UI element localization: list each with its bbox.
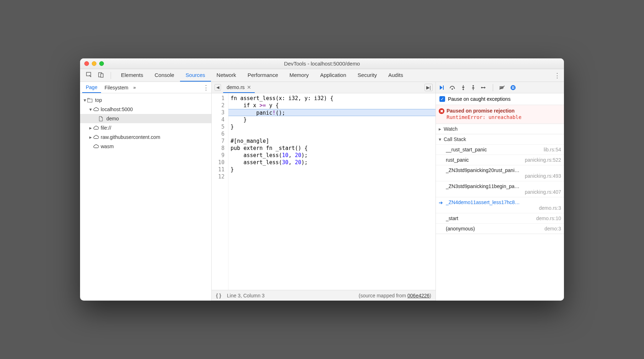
panel-tab-sources[interactable]: Sources: [180, 69, 211, 82]
pause-on-caught-checkbox[interactable]: ✓: [439, 96, 445, 102]
stack-frame[interactable]: rust_panicpanicking.rs:522: [436, 155, 564, 165]
device-toggle-icon[interactable]: [98, 72, 104, 79]
file-tab-label: demo.rs: [227, 84, 245, 90]
step-into-icon[interactable]: [461, 85, 466, 90]
tree-item[interactable]: ▾top: [80, 95, 211, 105]
panel-tab-console[interactable]: Console: [149, 69, 180, 82]
svg-rect-0: [86, 72, 91, 76]
pretty-print-icon[interactable]: { }: [216, 293, 221, 298]
frame-function: _ZN4demo11assert_less17hc8…: [446, 199, 561, 205]
callstack-section-header[interactable]: ▾ Call Stack: [436, 134, 564, 144]
pause-on-caught-row[interactable]: ✓ Pause on caught exceptions: [436, 93, 564, 105]
navigator-panel: Page Filesystem » ⋮ ▾top▾localhost:5000d…: [80, 82, 212, 301]
panel-tab-application[interactable]: Application: [315, 69, 352, 82]
frame-location: demo.rs:10: [536, 215, 561, 221]
paused-status: ✖ Paused on promise rejection RuntimeErr…: [436, 105, 564, 124]
cloud-icon: [93, 135, 99, 139]
cloud-icon: [93, 126, 99, 130]
tree-item[interactable]: ▸raw.githubusercontent.com: [80, 132, 211, 142]
current-frame-icon: ➔: [439, 200, 443, 205]
devtools-window: DevTools - localhost:5000/demo ElementsC…: [80, 58, 564, 301]
step-out-icon[interactable]: [471, 85, 476, 90]
error-icon: ✖: [439, 108, 444, 114]
tree-item[interactable]: demo: [80, 114, 211, 123]
code-editor[interactable]: 123456789101112 fn assert_less(x: i32, y…: [212, 93, 436, 290]
panel-tab-memory[interactable]: Memory: [284, 69, 315, 82]
editor-statusbar: { } Line 3, Column 3 (source mapped from…: [212, 290, 436, 301]
file-tab-demo[interactable]: demo.rs ✕: [223, 82, 255, 93]
frame-location: demo.rs:3: [446, 205, 561, 211]
line-gutter: 123456789101112: [212, 93, 228, 290]
main-area: Page Filesystem » ⋮ ▾top▾localhost:5000d…: [80, 82, 564, 301]
resume-icon[interactable]: [439, 85, 444, 90]
step-over-icon[interactable]: [449, 85, 456, 90]
frame-location: demo:3: [544, 226, 561, 231]
frame-function: __rust_start_panic: [446, 147, 487, 152]
svg-rect-4: [443, 85, 444, 90]
tree-item[interactable]: wasm: [80, 142, 211, 151]
watch-label: Watch: [444, 126, 458, 132]
navigator-tabs-more[interactable]: »: [133, 85, 136, 90]
frame-function: _ZN3std9panicking20rust_pani…: [446, 167, 561, 173]
frame-location: panicking.rs:522: [525, 157, 561, 163]
paused-title: Paused on promise rejection: [447, 108, 560, 114]
chevron-right-icon: ▸: [439, 126, 444, 132]
debugger-toolbar: [436, 82, 564, 93]
close-tab-icon[interactable]: ✕: [247, 84, 251, 90]
svg-point-7: [473, 85, 474, 87]
debugger-panel: ✓ Pause on caught exceptions ✖ Paused on…: [436, 82, 564, 301]
navigator-tab-page[interactable]: Page: [82, 82, 101, 93]
panel-tab-audits[interactable]: Audits: [382, 69, 409, 82]
source-map-info: (source mapped from 006e4226): [359, 293, 431, 298]
watch-section-header[interactable]: ▸ Watch: [436, 124, 564, 134]
editor-tabs: ◀ demo.rs ✕ ▶|: [212, 82, 436, 93]
frame-function: (anonymous): [446, 226, 475, 231]
svg-rect-11: [512, 86, 513, 89]
deactivate-breakpoints-icon[interactable]: [499, 85, 505, 90]
svg-point-8: [481, 87, 482, 88]
svg-point-10: [511, 85, 516, 90]
stack-frame[interactable]: ➔_ZN4demo11assert_less17hc8…demo.rs:3: [436, 197, 564, 213]
more-menu-icon[interactable]: ⋮: [554, 72, 560, 79]
panel-tab-performance[interactable]: Performance: [242, 69, 284, 82]
navigator-tabs: Page Filesystem » ⋮: [80, 82, 211, 93]
navigator-tab-filesystem[interactable]: Filesystem: [101, 83, 132, 93]
frame-location: panicking.rs:407: [446, 189, 561, 195]
svg-rect-2: [101, 74, 103, 77]
chevron-down-icon: ▾: [439, 136, 444, 142]
folder-icon: [87, 98, 94, 103]
nav-back-icon[interactable]: ◀: [215, 84, 221, 91]
source-map-link[interactable]: 006e4226: [407, 293, 429, 298]
titlebar: DevTools - localhost:5000/demo: [80, 58, 564, 69]
step-icon[interactable]: [481, 85, 487, 90]
stack-frame[interactable]: _ZN3std9panicking11begin_pa…panicking.rs…: [436, 181, 564, 197]
pause-on-caught-label: Pause on caught exceptions: [448, 96, 511, 102]
stack-frame[interactable]: _ZN3std9panicking20rust_pani…panicking.r…: [436, 165, 564, 181]
stack-frame[interactable]: __rust_start_paniclib.rs:54: [436, 144, 564, 155]
window-title: DevTools - localhost:5000/demo: [80, 61, 564, 67]
navigator-menu-icon[interactable]: ⋮: [203, 84, 209, 92]
tree-item[interactable]: ▾localhost:5000: [80, 105, 211, 114]
panel-tab-security[interactable]: Security: [352, 69, 382, 82]
tree-item[interactable]: ▸file://: [80, 123, 211, 132]
frame-location: lib.rs:54: [544, 147, 561, 152]
panel-tabs: ElementsConsoleSourcesNetworkPerformance…: [115, 69, 409, 82]
inspect-icon[interactable]: [86, 72, 92, 79]
file-icon: [99, 116, 105, 121]
svg-rect-3: [88, 99, 92, 102]
panel-tab-network[interactable]: Network: [211, 69, 242, 82]
frame-function: _ZN3std9panicking11begin_pa…: [446, 183, 561, 189]
frame-function: rust_panic: [446, 157, 469, 163]
callstack-list: __rust_start_paniclib.rs:54rust_panicpan…: [436, 144, 564, 234]
code-content: fn assert_less(x: i32, y: i32) { if x >=…: [228, 93, 436, 290]
panel-tab-elements[interactable]: Elements: [115, 69, 149, 82]
frame-function: _start: [446, 215, 458, 221]
pause-exceptions-icon[interactable]: [510, 85, 516, 90]
svg-point-5: [452, 88, 453, 90]
callstack-label: Call Stack: [444, 136, 466, 142]
stack-frame[interactable]: _startdemo.rs:10: [436, 213, 564, 223]
frame-location: panicking.rs:493: [446, 173, 561, 179]
maximize-editor-icon[interactable]: ▶|: [424, 84, 433, 91]
stack-frame[interactable]: (anonymous)demo:3: [436, 223, 564, 234]
paused-detail: RuntimeError: unreachable: [447, 114, 560, 120]
